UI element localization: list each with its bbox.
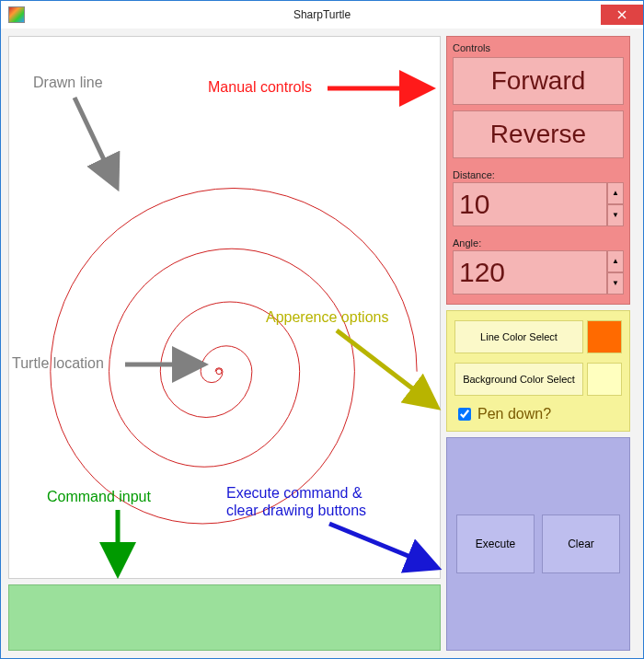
spiral-drawing: [9, 37, 440, 578]
command-area: [8, 584, 441, 651]
right-column: Controls Forward Reverse Distance: ▲ ▼ A…: [446, 36, 630, 651]
appearance-group: Line Color Select Background Color Selec…: [446, 310, 630, 432]
line-color-row: Line Color Select: [454, 320, 622, 353]
distance-down-button[interactable]: ▼: [607, 204, 624, 226]
distance-spinner: ▲ ▼: [453, 182, 624, 226]
close-button[interactable]: [601, 5, 643, 25]
angle-up-button[interactable]: ▲: [607, 250, 624, 272]
background-color-select-button[interactable]: Background Color Select: [454, 363, 583, 396]
angle-input[interactable]: [453, 250, 607, 295]
line-color-select-button[interactable]: Line Color Select: [454, 320, 583, 353]
background-color-swatch[interactable]: [587, 363, 622, 396]
angle-down-button[interactable]: ▼: [607, 272, 624, 295]
forward-button[interactable]: Forward: [453, 57, 624, 105]
reverse-button[interactable]: Reverse: [453, 110, 624, 158]
execute-button[interactable]: Execute: [456, 514, 535, 573]
turtle-marker: [216, 369, 222, 375]
pen-down-row[interactable]: Pen down?: [454, 405, 622, 423]
distance-label: Distance:: [453, 169, 624, 180]
controls-legend: Controls: [453, 42, 624, 53]
clear-button[interactable]: Clear: [542, 514, 620, 573]
execute-group: Execute Clear: [446, 437, 630, 651]
pen-down-label: Pen down?: [477, 406, 551, 422]
bg-color-row: Background Color Select: [454, 363, 622, 396]
client-area: Controls Forward Reverse Distance: ▲ ▼ A…: [1, 29, 643, 658]
distance-input[interactable]: [453, 182, 607, 226]
pen-down-checkbox[interactable]: [458, 408, 471, 421]
app-window: SharpTurtle: [0, 0, 644, 659]
line-color-swatch[interactable]: [587, 320, 622, 353]
window-title: SharpTurtle: [1, 8, 643, 21]
titlebar[interactable]: SharpTurtle: [1, 1, 643, 29]
angle-label: Angle:: [453, 237, 624, 249]
command-input[interactable]: [8, 584, 441, 651]
distance-up-button[interactable]: ▲: [607, 182, 624, 204]
angle-spinner: ▲ ▼: [453, 250, 624, 295]
drawing-canvas[interactable]: [8, 36, 441, 579]
close-icon: [617, 10, 627, 19]
app-icon: [8, 6, 25, 23]
controls-group: Controls Forward Reverse Distance: ▲ ▼ A…: [446, 36, 630, 305]
